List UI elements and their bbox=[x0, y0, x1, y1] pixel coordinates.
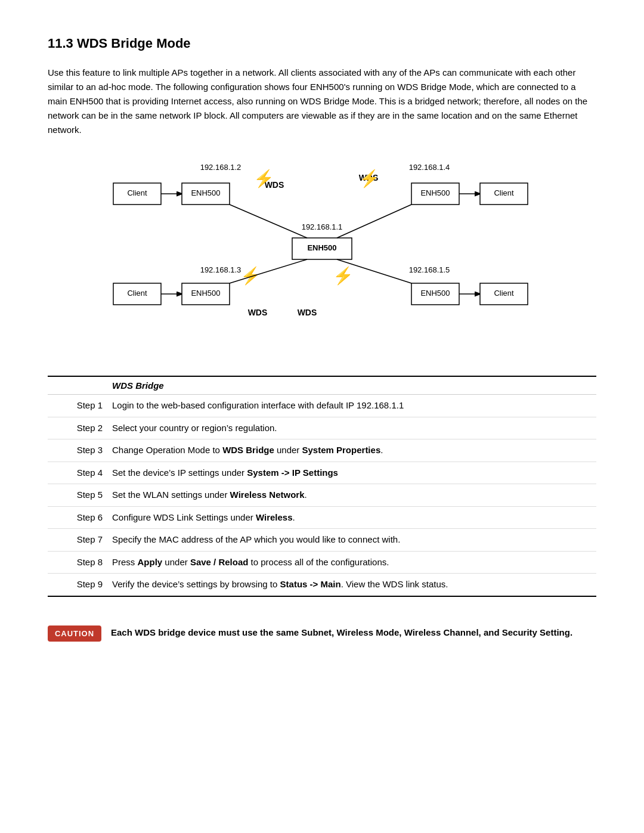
ip-label-top-right: 192.168.1.4 bbox=[409, 163, 450, 172]
enh500-bottom-left-label: ENH500 bbox=[191, 289, 220, 298]
svg-text:⚡: ⚡ bbox=[359, 169, 380, 188]
svg-text:⚡: ⚡ bbox=[333, 266, 354, 286]
step-label: Step 6 bbox=[48, 506, 107, 529]
caution-text: Each WDS bridge device must use the same… bbox=[111, 625, 572, 640]
step-description: Login to the web-based configuration int… bbox=[107, 395, 596, 417]
client-bottom-right-label: Client bbox=[494, 289, 514, 298]
table-row: Step 8Press Apply under Save / Reload to… bbox=[48, 551, 596, 574]
svg-line-9 bbox=[230, 205, 307, 238]
table-row: Step 7Specify the MAC address of the AP … bbox=[48, 529, 596, 552]
step-description: Press Apply under Save / Reload to proce… bbox=[107, 551, 596, 574]
enh500-center-label: ENH500 bbox=[307, 243, 336, 252]
wds-label-bottom-right-center: WDS bbox=[298, 308, 317, 317]
step-description: Verify the device’s settings by browsing… bbox=[107, 574, 596, 596]
enh500-top-left-label: ENH500 bbox=[191, 188, 220, 197]
svg-text:⚡: ⚡ bbox=[240, 266, 261, 286]
table-row: Step 2Select your country or region’s re… bbox=[48, 417, 596, 439]
lightning-left-top: ⚡ bbox=[253, 169, 274, 188]
step-description: Set the WLAN settings under Wireless Net… bbox=[107, 484, 596, 507]
step-label: Step 5 bbox=[48, 484, 107, 507]
step-description: Specify the MAC address of the AP which … bbox=[107, 529, 596, 552]
table-header-row: WDS Bridge bbox=[48, 376, 596, 395]
table-row: Step 5Set the WLAN settings under Wirele… bbox=[48, 484, 596, 507]
lightning-right-bottom: ⚡ bbox=[333, 266, 354, 286]
step-label: Step 3 bbox=[48, 439, 107, 462]
network-diagram: 192.168.1.2 192.168.1.4 Client ENH500 WD… bbox=[48, 156, 596, 347]
step-description: Change Operation Mode to WDS Bridge unde… bbox=[107, 439, 596, 462]
ip-label-bottom-left: 192.168.1.3 bbox=[200, 265, 242, 274]
client-top-left-label: Client bbox=[127, 188, 147, 197]
ip-label-bottom-right: 192.168.1.5 bbox=[409, 265, 450, 274]
caution-section: CAUTION Each WDS bridge device must use … bbox=[48, 625, 596, 642]
enh500-bottom-right-label: ENH500 bbox=[420, 289, 450, 298]
table-row: Step 4Set the device’s IP settings under… bbox=[48, 462, 596, 484]
page-title: 11.3 WDS Bridge Mode bbox=[48, 36, 596, 51]
step-label: Step 7 bbox=[48, 529, 107, 552]
ip-label-center: 192.168.1.1 bbox=[302, 222, 343, 231]
step-description: Select your country or region’s regulati… bbox=[107, 417, 596, 439]
ip-label-top-left: 192.168.1.2 bbox=[200, 163, 242, 172]
step-label: Step 4 bbox=[48, 462, 107, 484]
client-bottom-left-label: Client bbox=[127, 289, 147, 298]
step-label: Step 8 bbox=[48, 551, 107, 574]
client-top-right-label: Client bbox=[494, 188, 514, 197]
step-description: Set the device’s IP settings under Syste… bbox=[107, 462, 596, 484]
lightning-left-bottom: ⚡ bbox=[240, 266, 261, 286]
table-row: Step 9Verify the device’s settings by br… bbox=[48, 574, 596, 596]
step-label: Step 2 bbox=[48, 417, 107, 439]
svg-line-10 bbox=[337, 205, 411, 238]
table-row: Step 3Change Operation Mode to WDS Bridg… bbox=[48, 439, 596, 462]
steps-table: WDS Bridge Step 1Login to the web-based … bbox=[48, 376, 596, 597]
caution-badge: CAUTION bbox=[48, 625, 101, 642]
enh500-top-right-label: ENH500 bbox=[420, 188, 450, 197]
lightning-right-top: ⚡ bbox=[359, 169, 380, 188]
step-description: Configure WDS Link Settings under Wirele… bbox=[107, 506, 596, 529]
table-row: Step 1Login to the web-based configurati… bbox=[48, 395, 596, 417]
table-row: Step 6Configure WDS Link Settings under … bbox=[48, 506, 596, 529]
step-label: Step 1 bbox=[48, 395, 107, 417]
svg-text:⚡: ⚡ bbox=[253, 169, 274, 188]
wds-label-bottom-left: WDS bbox=[248, 308, 268, 317]
table-header-desc: WDS Bridge bbox=[107, 376, 596, 395]
step-label: Step 9 bbox=[48, 574, 107, 596]
intro-paragraph: Use this feature to link multiple APs to… bbox=[48, 66, 596, 137]
table-header-step bbox=[48, 376, 107, 395]
